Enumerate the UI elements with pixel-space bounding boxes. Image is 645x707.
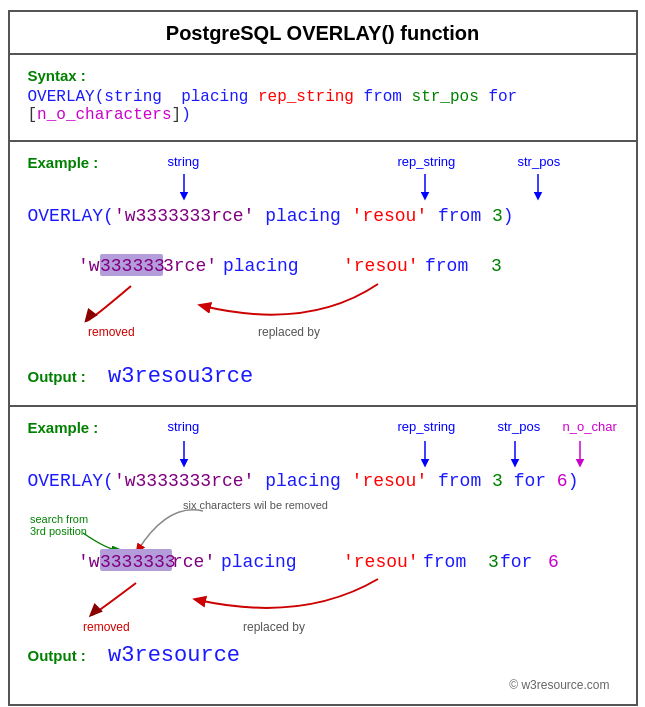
- overlay-call-2: OVERLAY('w3333333rce' placing 'resou' fr…: [28, 471, 618, 491]
- svg-text:'resou': 'resou': [343, 552, 419, 572]
- diagram2: search from 3rd position six characters …: [28, 495, 618, 635]
- diagram1-svg: 'w 333333 3rce' placing 'resou' from 3 r…: [28, 236, 618, 356]
- svg-text:removed: removed: [83, 620, 130, 634]
- param-arrows-1: [28, 174, 618, 204]
- param3-label: str_pos: [518, 154, 561, 169]
- output2-line: Output : w3resource: [28, 643, 618, 668]
- svg-text:'w: 'w: [78, 256, 100, 276]
- svg-text:3333333: 3333333: [100, 552, 176, 572]
- page-title: PostgreSQL OVERLAY() function: [10, 12, 636, 55]
- example2-section: Example : string rep_string str_pos n_o_…: [10, 407, 636, 704]
- example1-label: Example :: [28, 154, 99, 171]
- svg-text:3rd position: 3rd position: [30, 525, 87, 537]
- svg-text:placing: placing: [221, 552, 297, 572]
- svg-text:replaced by: replaced by: [258, 325, 320, 339]
- example1-section: Example : string rep_string str_pos OVER…: [10, 142, 636, 407]
- output2-label: Output :: [28, 647, 86, 664]
- svg-text:search from: search from: [30, 513, 88, 525]
- footer-copyright: © w3resource.com: [28, 674, 618, 694]
- svg-text:from: from: [425, 256, 468, 276]
- svg-text:replaced by: replaced by: [243, 620, 305, 634]
- main-container: PostgreSQL OVERLAY() function Syntax : O…: [8, 10, 638, 706]
- svg-text:six characters wil be removed: six characters wil be removed: [183, 499, 328, 511]
- example2-label: Example :: [28, 419, 99, 436]
- output2-val: w3resource: [108, 643, 240, 668]
- syntax-label: Syntax :: [28, 67, 618, 84]
- svg-text:333333: 333333: [100, 256, 165, 276]
- ex2-param1-label: string: [168, 419, 200, 434]
- param1-label: string: [168, 154, 200, 169]
- ex2-param4-label: n_o_char: [563, 419, 617, 434]
- diagram1: 'w 333333 3rce' placing 'resou' from 3 r…: [28, 236, 618, 356]
- syntax-line: OVERLAY(string placing rep_string from s…: [28, 88, 618, 124]
- svg-text:3: 3: [488, 552, 499, 572]
- svg-text:for: for: [500, 552, 532, 572]
- svg-text:placing: placing: [223, 256, 299, 276]
- ex2-param3-label: str_pos: [498, 419, 541, 434]
- svg-text:3rce': 3rce': [163, 256, 217, 276]
- overlay-call-1: OVERLAY('w3333333rce' placing 'resou' fr…: [28, 206, 618, 226]
- param-arrows-2: [28, 441, 618, 469]
- syntax-section: Syntax : OVERLAY(string placing rep_stri…: [10, 55, 636, 142]
- output1-val: w3resou3rce: [108, 364, 253, 389]
- svg-text:3: 3: [491, 256, 502, 276]
- diagram2-svg: search from 3rd position six characters …: [28, 495, 618, 640]
- svg-text:from: from: [423, 552, 466, 572]
- ex2-param2-label: rep_string: [398, 419, 456, 434]
- svg-text:rce': rce': [172, 552, 215, 572]
- output1-label: Output :: [28, 368, 86, 385]
- svg-text:6: 6: [548, 552, 559, 572]
- svg-text:removed: removed: [88, 325, 135, 339]
- param2-label: rep_string: [398, 154, 456, 169]
- svg-text:'resou': 'resou': [343, 256, 419, 276]
- output1-line: Output : w3resou3rce: [28, 364, 618, 389]
- svg-text:'w: 'w: [78, 552, 100, 572]
